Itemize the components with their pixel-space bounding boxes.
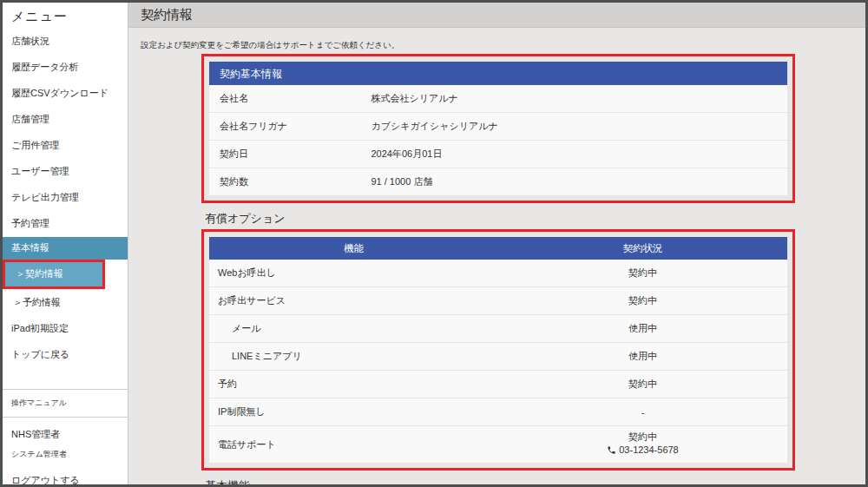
row-label: 契約日 [209, 141, 371, 168]
feature-label: LINEミニアプリ [209, 343, 498, 370]
phone-number: 03-1234-5678 [619, 444, 679, 457]
column-header-feature: 機能 [209, 242, 498, 255]
contract-basic-info-table: 契約基本情報 会社名 株式会社シリアルナ 会社名フリガナ カブシキガイシャシリア… [209, 62, 787, 195]
app-window: メニュー 店舗状況 履歴データ分析 履歴CSVダウンロード 店舗管理 ご用件管理… [0, 0, 868, 487]
sidebar-item-label: 店舗管理 [11, 114, 49, 124]
logout-button[interactable]: ログアウトする [3, 465, 128, 484]
status-cell: - [498, 400, 787, 424]
paid-options-table: 機能 契約状況 Webお呼出し 契約中 お呼出サービス 契約中 メール 使用中 … [209, 237, 787, 463]
page-title: 契約情報 [141, 7, 193, 23]
sidebar-menu-item[interactable]: 予約管理 [3, 211, 128, 237]
page-body: 設定および契約変更をご希望の場合はサポートまでご依頼ください。 契約基本情報 会… [128, 28, 865, 484]
row-value: 株式会社シリアルナ [371, 85, 787, 112]
status-text: 使用中 [498, 350, 787, 363]
status-text: 契約中 [498, 294, 787, 307]
paid-option-row: お呼出サービス 契約中 [209, 287, 787, 315]
sidebar-item-back-to-top[interactable]: トップに戻る [3, 342, 128, 368]
contract-info-row: 契約数 91 / 1000 店舗 [209, 168, 787, 195]
sidebar: メニュー 店舗状況 履歴データ分析 履歴CSVダウンロード 店舗管理 ご用件管理… [3, 3, 128, 484]
feature-label: IP制限無し [209, 398, 498, 425]
contract-info-row: 会社名フリガナ カブシキガイシャシリアルナ [209, 113, 787, 141]
selected-item-highlight-box: ＞契約情報 [3, 260, 105, 289]
sidebar-item-ipad-setup[interactable]: iPad初期設定 [3, 316, 128, 342]
contract-table-rows: 会社名 株式会社シリアルナ 会社名フリガナ カブシキガイシャシリアルナ 契約日 … [209, 85, 787, 195]
status-cell: 契約中 [498, 371, 787, 398]
feature-label: Webお呼出し [209, 260, 498, 286]
status-cell: 契約中 03-1234-5678 [498, 426, 787, 463]
sidebar-menu: 店舗状況 履歴データ分析 履歴CSVダウンロード 店舗管理 ご用件管理 ユーザー… [3, 29, 128, 237]
paid-options-highlight-box: 機能 契約状況 Webお呼出し 契約中 お呼出サービス 契約中 メール 使用中 … [201, 229, 795, 471]
row-label: 会社名 [209, 85, 371, 112]
feature-label: 予約 [209, 371, 498, 398]
feature-label: 電話サポート [209, 431, 498, 458]
row-value: 2024年06月01日 [371, 141, 787, 168]
sidebar-menu-item[interactable]: 履歴データ分析 [3, 55, 128, 81]
sidebar-item-contract-info[interactable]: ＞契約情報 [5, 262, 102, 286]
contract-info-row: 会社名 株式会社シリアルナ [209, 85, 787, 113]
sidebar-item-label: 店舗状況 [11, 36, 49, 46]
sidebar-item-basic-info[interactable]: 基本情報 [3, 237, 128, 260]
contract-table-highlight-box: 契約基本情報 会社名 株式会社シリアルナ 会社名フリガナ カブシキガイシャシリア… [201, 54, 795, 203]
notice-text: 設定および契約変更をご希望の場合はサポートまでご依頼ください。 [141, 40, 865, 50]
sidebar-menu-item[interactable]: ご用件管理 [3, 133, 128, 159]
column-header-contract-status: 契約状況 [498, 242, 787, 255]
feature-label: メール [209, 315, 498, 342]
sidebar-item-reservation-info[interactable]: ＞予約情報 [3, 289, 128, 316]
paid-option-row: LINEミニアプリ 使用中 [209, 343, 787, 371]
paid-options-heading: 有償オプション [205, 212, 865, 226]
phone-line: 03-1234-5678 [607, 444, 679, 457]
paid-options-table-header: 機能 契約状況 [209, 237, 787, 260]
manual-link[interactable]: 操作マニュアル [3, 390, 128, 417]
sidebar-item-label: テレビ出力管理 [11, 192, 79, 202]
sidebar-menu-item[interactable]: ユーザー管理 [3, 159, 128, 185]
contract-table-title: 契約基本情報 [209, 62, 787, 85]
sidebar-menu-item[interactable]: 店舗管理 [3, 107, 128, 133]
account-role: システム管理者 [3, 445, 128, 465]
status-text: 契約中 [498, 267, 787, 280]
status-cell: 契約中 [498, 287, 787, 314]
status-cell: 使用中 [498, 315, 787, 342]
paid-option-row: 予約 契約中 [209, 371, 787, 398]
paid-option-row: Webお呼出し 契約中 [209, 260, 787, 287]
main-content: 契約情報 設定および契約変更をご希望の場合はサポートまでご依頼ください。 契約基… [128, 3, 865, 484]
sidebar-item-label: 履歴CSVダウンロード [11, 88, 108, 98]
feature-label: お呼出サービス [209, 287, 498, 314]
sidebar-item-label: 履歴データ分析 [11, 62, 79, 72]
row-value: 91 / 1000 店舗 [371, 168, 787, 195]
phone-icon [607, 445, 616, 455]
paid-option-row: IP制限無し - [209, 398, 787, 426]
sidebar-menu-item[interactable]: 履歴CSVダウンロード [3, 81, 128, 107]
sidebar-item-label: ユーザー管理 [11, 166, 69, 176]
status-cell: 契約中 [498, 260, 787, 286]
sidebar-menu-item[interactable]: テレビ出力管理 [3, 185, 128, 211]
page-header: 契約情報 [128, 3, 865, 28]
row-value: カブシキガイシャシリアルナ [371, 113, 787, 140]
account-name: NHS管理者 [3, 418, 128, 445]
paid-option-row: 電話サポート 契約中 03-1234-5678 [209, 426, 787, 463]
status-text: 使用中 [498, 322, 787, 335]
sidebar-item-label: 予約管理 [11, 218, 49, 228]
row-label: 契約数 [209, 168, 371, 195]
status-text: 契約中 [498, 378, 787, 391]
contract-info-row: 契約日 2024年06月01日 [209, 141, 787, 168]
sidebar-item-label: ご用件管理 [11, 140, 59, 150]
paid-option-row: メール 使用中 [209, 315, 787, 343]
sidebar-menu-item[interactable]: 店舗状況 [3, 29, 128, 55]
status-text: 契約中 [498, 431, 787, 444]
status-cell: 使用中 [498, 343, 787, 370]
sidebar-title: メニュー [3, 3, 128, 29]
basic-features-heading: 基本機能 [205, 479, 865, 484]
row-label: 会社名フリガナ [209, 113, 371, 140]
paid-options-rows: Webお呼出し 契約中 お呼出サービス 契約中 メール 使用中 LINEミニアプ… [209, 260, 787, 463]
status-text: - [498, 407, 787, 418]
